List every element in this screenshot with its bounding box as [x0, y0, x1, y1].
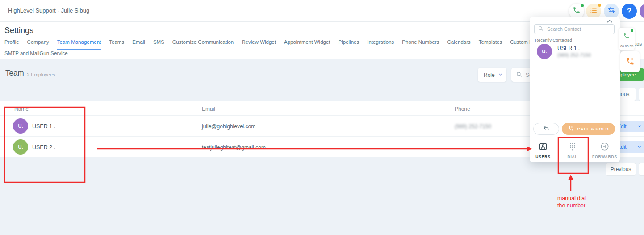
tab-email[interactable]: Email	[132, 39, 145, 50]
tab-customize-communication[interactable]: Customize Communication	[172, 39, 234, 50]
team-section-title: Team	[5, 69, 24, 78]
tab-phone-numbers[interactable]: Phone Numbers	[402, 39, 439, 50]
employee-email: julie@gohighlevel.com	[202, 123, 255, 130]
call-and-hold-button[interactable]: CALL & HOLD	[562, 123, 615, 135]
phone-icon	[623, 32, 630, 41]
notification-dot	[598, 4, 601, 7]
annotation-note: manual dial the number	[557, 195, 586, 209]
question-mark-icon: ?	[627, 7, 631, 15]
help-button[interactable]: ?	[622, 4, 637, 19]
tab-review-widget[interactable]: Review Widget	[242, 39, 276, 50]
list-icon	[590, 6, 598, 16]
switch-account-button[interactable]	[604, 4, 619, 19]
tab-calendars[interactable]: Calendars	[447, 39, 470, 50]
avatar: U.	[13, 118, 28, 134]
column-header-name: Name	[14, 106, 29, 112]
next-page-button-bottom[interactable]: Next	[639, 163, 644, 176]
back-arrow-icon	[543, 125, 550, 133]
tab-smtp-mailgun[interactable]: SMTP and MailGun Service	[4, 50, 68, 60]
tab-templates[interactable]: Templates	[479, 39, 502, 50]
avatar: U.	[537, 44, 552, 59]
chevron-down-icon	[498, 72, 503, 78]
employee-count: 2 Employees	[27, 72, 55, 77]
employee-name: USER 2 .	[32, 144, 55, 151]
employee-email: testjulieghltest@gmail.com	[202, 144, 266, 151]
active-call-dot	[581, 4, 584, 7]
tab-team-management[interactable]: Team Management	[57, 39, 101, 50]
dialer-tab-dial[interactable]: DIAL	[560, 141, 585, 159]
dialer-button[interactable]	[569, 4, 584, 19]
column-header-phone: Phone	[455, 106, 470, 112]
tab-company[interactable]: Company	[27, 39, 49, 50]
contact-search-box[interactable]	[534, 24, 615, 34]
recent-contact-phone: (989) 252-7150	[557, 52, 591, 58]
avatar: U.	[13, 139, 28, 155]
forward-arrow-icon	[592, 141, 617, 152]
page-title: Settings	[4, 26, 33, 35]
tab-appointment-widget[interactable]: Appointment Widget	[284, 39, 330, 50]
active-call-widget[interactable]: 00:00:55	[619, 28, 635, 50]
tab-integrations[interactable]: Integrations	[367, 39, 394, 50]
user-avatar[interactable]: U	[640, 4, 644, 19]
employee-phone: (989) 252-7150	[455, 123, 491, 130]
tab-teams[interactable]: Teams	[109, 39, 124, 50]
next-page-button-top[interactable]: Next	[639, 88, 644, 101]
employee-name: USER 1 .	[32, 123, 55, 130]
scroll-up-chevron-icon[interactable]	[604, 18, 615, 24]
settings-tabs: ProfileCompanyTeam ManagementTeamsEmailS…	[4, 39, 587, 50]
dialer-tab-forwards[interactable]: FORWARDS	[592, 141, 617, 159]
phone-icon	[573, 6, 581, 16]
back-button[interactable]	[533, 123, 559, 135]
dialer-tab-users[interactable]: USERS	[531, 141, 556, 159]
phone-plus-icon	[626, 57, 635, 67]
tab-pipelines[interactable]: Pipelines	[339, 39, 360, 50]
column-header-email: Email	[202, 106, 215, 112]
dialer-popup: Recently Contacted U. USER 1 . (989) 252…	[530, 17, 620, 162]
search-icon	[516, 71, 522, 79]
add-call-widget[interactable]	[620, 51, 640, 72]
tab-profile[interactable]: Profile	[4, 39, 19, 50]
chevron-down-icon[interactable]	[637, 122, 642, 130]
recent-contact-name[interactable]: USER 1 .	[557, 45, 580, 51]
account-title: HighLevel Support - Julie Sibug	[8, 7, 89, 14]
phone-hold-icon	[568, 126, 574, 132]
tasks-button[interactable]	[586, 4, 601, 19]
role-filter-dropdown[interactable]: Role	[478, 68, 506, 82]
recently-contacted-label: Recently Contacted	[535, 38, 572, 42]
search-icon	[538, 25, 544, 33]
tab-sms[interactable]: SMS	[153, 39, 164, 50]
call-status-dot	[631, 29, 633, 32]
call-timer: 00:00:55	[619, 44, 635, 48]
dialpad-icon	[560, 141, 585, 152]
chevron-down-icon[interactable]	[637, 143, 642, 151]
users-card-icon	[531, 141, 556, 152]
previous-page-button-bottom[interactable]: Previous	[606, 163, 636, 176]
contact-search-input[interactable]	[547, 26, 605, 32]
swap-arrows-icon	[607, 6, 615, 16]
